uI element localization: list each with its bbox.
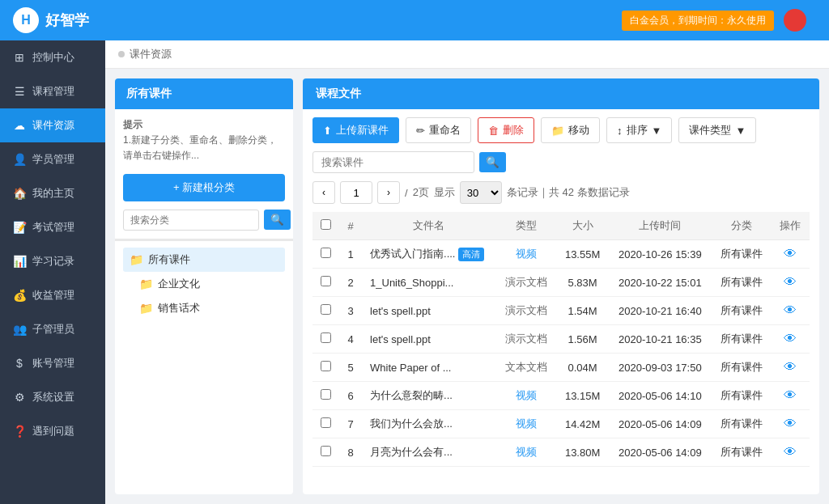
sidebar-item-dashboard[interactable]: ⊞ 控制中心 xyxy=(0,40,105,74)
type-btn[interactable]: 课件类型 ▼ xyxy=(678,117,756,143)
view-icon[interactable]: 👁 xyxy=(784,275,797,289)
left-panel-body: 提示 1.新建子分类、重命名、删除分类，请单击右键操作... + 新建根分类 🔍… xyxy=(115,109,293,494)
sidebar: ⊞ 控制中心 ☰ 课程管理 ☁ 课件资源 👤 学员管理 🏠 我的主页 📝 考试管… xyxy=(0,40,105,504)
category-item-all[interactable]: 📁 所有课件 xyxy=(123,248,285,272)
prev-page-button[interactable]: ‹ xyxy=(312,181,335,204)
toolbar: ⬆ 上传新课件 ✏ 重命名 🗑 删除 📁 移 xyxy=(312,117,810,143)
sidebar-item-student-mgmt[interactable]: 👤 学员管理 xyxy=(0,142,105,176)
category-item-enterprise[interactable]: 📁 企业文化 xyxy=(123,272,285,296)
sidebar-item-exam-mgmt[interactable]: 📝 考试管理 xyxy=(0,210,105,244)
row-action[interactable]: 👁 xyxy=(772,382,810,410)
sort-chevron-icon: ▼ xyxy=(652,125,662,137)
view-icon[interactable]: 👁 xyxy=(784,445,797,459)
sidebar-label-income-mgmt: 收益管理 xyxy=(32,288,74,303)
row-category: 所有课件 xyxy=(711,410,771,438)
col-category: 分类 xyxy=(711,212,771,240)
row-filename: let's spell.ppt xyxy=(362,297,496,325)
move-btn[interactable]: 📁 移动 xyxy=(541,117,600,143)
sidebar-item-income-mgmt[interactable]: 💰 收益管理 xyxy=(0,278,105,312)
sidebar-label-dashboard: 控制中心 xyxy=(32,50,74,65)
col-filename: 文件名 xyxy=(362,212,496,240)
move-icon: 📁 xyxy=(551,125,564,137)
row-size: 14.42M xyxy=(556,410,609,438)
row-action[interactable]: 👁 xyxy=(772,269,810,297)
vip-badge: 白金会员，到期时间：永久使用 xyxy=(622,11,774,31)
row-checkbox[interactable] xyxy=(321,389,331,400)
student-mgmt-icon: 👤 xyxy=(13,153,26,166)
sidebar-label-my-home: 我的主页 xyxy=(32,186,74,201)
row-checkbox[interactable] xyxy=(321,446,331,456)
page-number-input[interactable] xyxy=(340,181,372,204)
row-category: 所有课件 xyxy=(711,269,771,297)
row-action[interactable]: 👁 xyxy=(772,325,810,354)
tips-text: 提示 1.新建子分类、重命名、删除分类，请单击右键操作... xyxy=(123,117,285,164)
sidebar-item-sys-settings[interactable]: ⚙ 系统设置 xyxy=(0,380,105,414)
search-course-input[interactable] xyxy=(312,151,474,173)
per-page-select[interactable]: 30 50 100 xyxy=(460,181,502,204)
sidebar-item-meet-problem[interactable]: ❓ 遇到问题 xyxy=(0,414,105,448)
rename-btn[interactable]: ✏ 重命名 xyxy=(406,117,471,143)
row-action[interactable]: 👁 xyxy=(772,240,810,269)
left-panel-header: 所有课件 xyxy=(115,78,293,109)
search-category-wrap: 🔍 xyxy=(123,210,285,231)
row-action[interactable]: 👁 xyxy=(772,410,810,438)
breadcrumb-text: 课件资源 xyxy=(130,47,172,61)
view-icon[interactable]: 👁 xyxy=(784,303,797,317)
row-time: 2020-09-03 17:50 xyxy=(609,354,711,382)
row-time: 2020-05-06 14:09 xyxy=(609,438,711,467)
table-row: 8 月亮为什么会有... 视频 13.80M 2020-05-06 14:09 … xyxy=(312,438,810,467)
upload-btn[interactable]: ⬆ 上传新课件 xyxy=(312,117,399,143)
row-type: 文本文档 xyxy=(496,354,556,382)
view-icon[interactable]: 👁 xyxy=(784,247,797,260)
row-num: 2 xyxy=(339,269,362,297)
row-checkbox[interactable] xyxy=(321,417,331,428)
row-checkbox[interactable] xyxy=(321,332,331,343)
tips-label: 提示 xyxy=(123,119,142,130)
category-item-sales[interactable]: 📁 销售话术 xyxy=(123,296,285,320)
select-all-checkbox[interactable] xyxy=(321,219,331,230)
row-checkbox[interactable] xyxy=(321,248,331,258)
view-icon[interactable]: 👁 xyxy=(784,388,797,402)
search-course-wrap: 🔍 xyxy=(312,151,810,173)
add-category-button[interactable]: + 新建根分类 xyxy=(123,174,285,201)
sidebar-label-sys-settings: 系统设置 xyxy=(32,390,74,404)
sys-settings-icon: ⚙ xyxy=(13,391,26,404)
row-type: 视频 xyxy=(496,382,556,410)
search-category-input[interactable] xyxy=(123,210,259,231)
row-time: 2020-05-06 14:10 xyxy=(609,382,711,410)
row-type: 演示文档 xyxy=(496,297,556,325)
sidebar-item-account-mgmt[interactable]: $ 账号管理 xyxy=(0,346,105,380)
search-category-button[interactable]: 🔍 xyxy=(264,210,291,230)
upload-label: 上传新课件 xyxy=(336,123,389,138)
row-action[interactable]: 👁 xyxy=(772,438,810,467)
row-time: 2020-05-06 14:09 xyxy=(609,410,711,438)
delete-icon: 🗑 xyxy=(488,125,499,137)
row-checkbox[interactable] xyxy=(321,276,331,286)
search-course-button[interactable]: 🔍 xyxy=(479,152,506,172)
row-action[interactable]: 👁 xyxy=(772,297,810,325)
sidebar-item-sub-admin[interactable]: 👥 子管理员 xyxy=(0,312,105,346)
sidebar-item-course-res[interactable]: ☁ 课件资源 xyxy=(0,108,105,142)
col-action: 操作 xyxy=(772,212,810,240)
sidebar-item-study-log[interactable]: 📊 学习记录 xyxy=(0,244,105,278)
row-type: 视频 xyxy=(496,410,556,438)
sort-btn[interactable]: ↕ 排序 ▼ xyxy=(606,117,672,143)
view-icon[interactable]: 👁 xyxy=(784,360,797,374)
inner-layout: 所有课件 提示 1.新建子分类、重命名、删除分类，请单击右键操作... + 新建… xyxy=(105,69,829,504)
course-mgmt-icon: ☰ xyxy=(13,85,26,98)
delete-btn[interactable]: 🗑 删除 xyxy=(478,117,534,143)
row-action[interactable]: 👁 xyxy=(772,354,810,382)
row-checkbox[interactable] xyxy=(321,361,331,371)
records-info: 条记录｜共 42 条数据记录 xyxy=(507,185,630,200)
sidebar-label-student-mgmt: 学员管理 xyxy=(32,152,74,167)
account-mgmt-icon: $ xyxy=(13,357,26,370)
view-icon[interactable]: 👁 xyxy=(784,332,797,345)
sidebar-item-my-home[interactable]: 🏠 我的主页 xyxy=(0,176,105,210)
view-icon[interactable]: 👁 xyxy=(784,417,797,430)
next-page-button[interactable]: › xyxy=(377,181,400,204)
row-checkbox[interactable] xyxy=(321,304,331,315)
user-avatar[interactable] xyxy=(784,9,806,32)
sidebar-item-course-mgmt[interactable]: ☰ 课程管理 xyxy=(0,74,105,108)
row-category: 所有课件 xyxy=(711,438,771,467)
row-num: 3 xyxy=(339,297,362,325)
